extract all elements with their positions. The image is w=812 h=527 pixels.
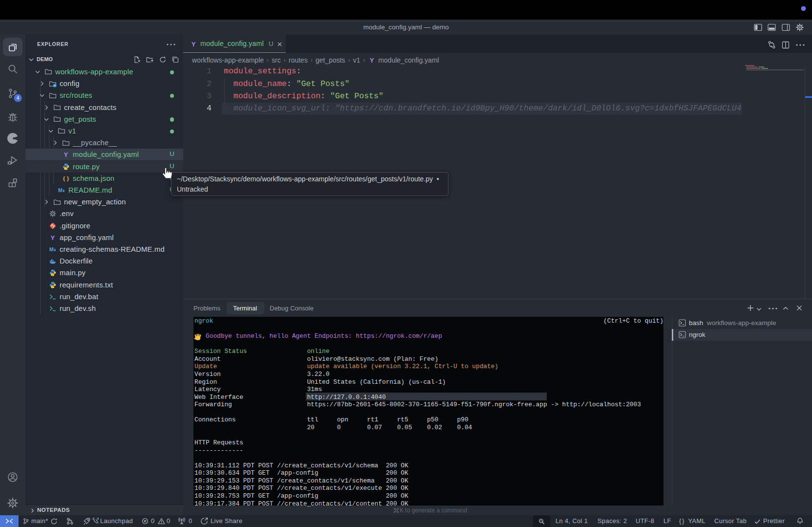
svg-text:Y: Y — [192, 41, 196, 48]
svg-text:{ }: { } — [63, 176, 69, 181]
svg-text:Y: Y — [51, 234, 55, 241]
svg-text:4: 4 — [17, 95, 20, 101]
svg-text:M: M — [49, 246, 54, 252]
svg-text:M: M — [58, 187, 63, 193]
svg-text:Y: Y — [64, 151, 68, 158]
svg-text:Y: Y — [370, 56, 374, 64]
